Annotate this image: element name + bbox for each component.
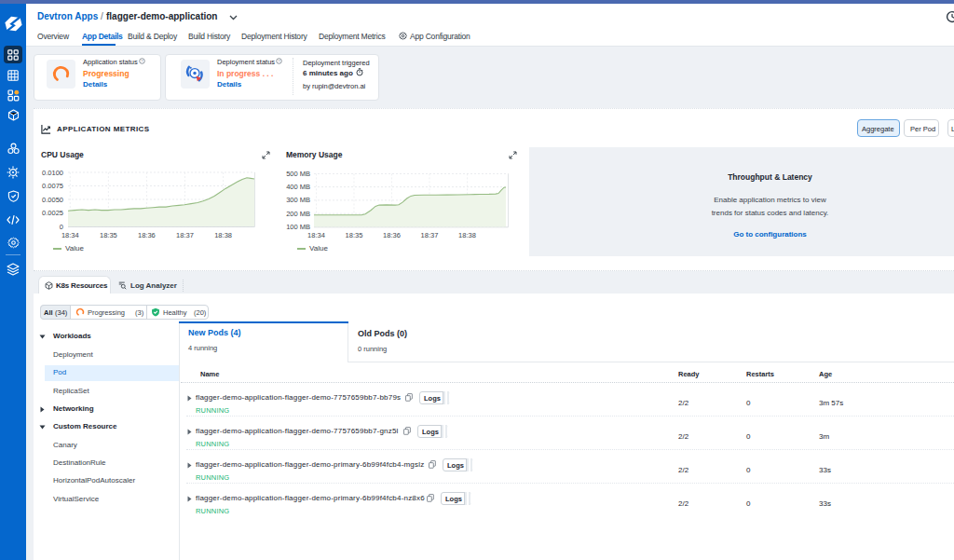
- svg-text:?: ?: [141, 59, 143, 63]
- svg-text:?: ?: [278, 59, 280, 63]
